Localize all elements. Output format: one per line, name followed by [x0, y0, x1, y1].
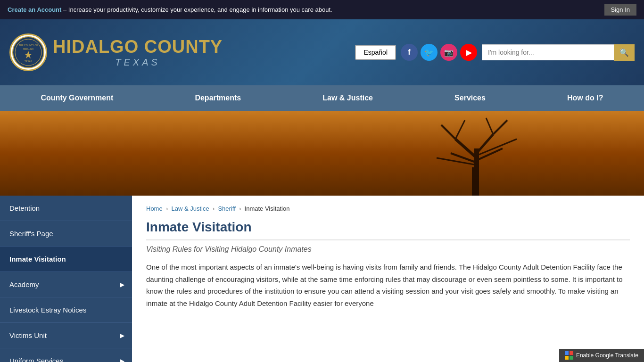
search-input[interactable]: [482, 44, 614, 60]
sidebar: Detention Sheriff's Page Inmate Visitati…: [0, 196, 132, 362]
uniform-services-arrow-icon: ▶: [120, 358, 124, 362]
sidebar-item-livestock-estray[interactable]: Livestock Estray Notices: [0, 297, 132, 323]
google-translate-icon: [565, 351, 573, 360]
county-seal: THE COUNTY OF HIDALGO TEXAS: [9, 33, 47, 71]
sign-in-button[interactable]: Sign In: [604, 4, 636, 16]
content-wrapper: Detention Sheriff's Page Inmate Visitati…: [0, 196, 644, 362]
breadcrumb-home[interactable]: Home: [146, 205, 163, 212]
hidalgo-text: HIDALGO COUNTY: [53, 37, 223, 57]
svg-line-14: [493, 120, 507, 134]
banner-text: Create an Account – Increase your produc…: [8, 6, 332, 13]
twitter-icon[interactable]: 🐦: [421, 44, 438, 61]
main-content: Home › Law & Justice › Sheriff › Inmate …: [132, 196, 644, 362]
sidebar-item-inmate-visitation[interactable]: Inmate Visitation: [0, 247, 132, 272]
county-name: HIDALGO COUNTY: [53, 37, 223, 57]
espanol-button[interactable]: Español: [355, 45, 396, 60]
nav-departments[interactable]: Departments: [181, 85, 255, 111]
sidebar-item-sheriffs-page[interactable]: Sheriff's Page: [0, 221, 132, 247]
youtube-icon[interactable]: ▶: [460, 44, 477, 61]
page-body: One of the most important aspects of an …: [146, 261, 630, 309]
sidebar-item-victims-unit[interactable]: Victims Unit ▶: [0, 323, 132, 348]
site-header: THE COUNTY OF HIDALGO TEXAS HIDALGO COUN…: [0, 19, 644, 85]
victims-unit-arrow-icon: ▶: [120, 332, 124, 339]
page-title: Inmate Visitation: [146, 220, 630, 240]
svg-line-13: [455, 120, 465, 139]
search-bar: 🔍: [482, 44, 635, 61]
breadcrumb-sheriff[interactable]: Sheriff: [218, 205, 235, 212]
nav-law-justice[interactable]: Law & Justice: [308, 85, 387, 111]
breadcrumb-current: Inmate Visitation: [245, 205, 290, 212]
sidebar-item-uniform-services[interactable]: Uniform Services ▶: [0, 348, 132, 362]
svg-line-17: [437, 158, 477, 165]
texas-text: TEXAS: [53, 57, 223, 68]
svg-text:THE COUNTY OF: THE COUNTY OF: [19, 44, 38, 47]
banner-description: – Increase your productivity, customize …: [63, 6, 332, 13]
svg-rect-21: [570, 356, 573, 360]
page-subtitle: Visiting Rules for Visiting Hidalgo Coun…: [146, 245, 630, 254]
svg-text:TEXAS: TEXAS: [25, 60, 33, 63]
breadcrumb-law-justice[interactable]: Law & Justice: [171, 205, 209, 212]
header-right: Español f 🐦 📷 ▶ 🔍: [355, 44, 635, 61]
svg-rect-18: [565, 351, 569, 355]
social-search-row: Español f 🐦 📷 ▶ 🔍: [355, 44, 635, 61]
sidebar-item-detention[interactable]: Detention: [0, 196, 132, 221]
svg-rect-19: [570, 351, 573, 355]
svg-rect-20: [565, 356, 569, 360]
instagram-icon[interactable]: 📷: [440, 44, 457, 61]
logo-area: THE COUNTY OF HIDALGO TEXAS HIDALGO COUN…: [9, 33, 223, 71]
svg-text:HIDALGO: HIDALGO: [23, 48, 34, 50]
create-account-link[interactable]: Create an Account: [8, 6, 61, 13]
svg-line-12: [441, 125, 455, 139]
sidebar-item-academy[interactable]: Academy ▶: [0, 272, 132, 297]
nav-how-do-i[interactable]: How do I?: [553, 85, 617, 111]
social-icons: f 🐦 📷 ▶: [401, 44, 477, 61]
main-nav: County Government Departments Law & Just…: [0, 85, 644, 111]
top-banner: Create an Account – Increase your produc…: [0, 0, 644, 19]
nav-services[interactable]: Services: [440, 85, 500, 111]
site-title: HIDALGO COUNTY TEXAS: [53, 37, 223, 68]
google-translate-label: Enable Google Translate: [576, 352, 638, 359]
breadcrumb: Home › Law & Justice › Sheriff › Inmate …: [146, 205, 630, 212]
svg-rect-7: [472, 167, 476, 196]
nav-county-government[interactable]: County Government: [27, 85, 128, 111]
academy-arrow-icon: ▶: [120, 281, 124, 288]
svg-line-15: [486, 118, 493, 134]
facebook-icon[interactable]: f: [401, 44, 418, 61]
hero-image: [0, 111, 644, 196]
google-translate-bar[interactable]: Enable Google Translate: [559, 349, 644, 362]
search-button[interactable]: 🔍: [614, 44, 635, 61]
